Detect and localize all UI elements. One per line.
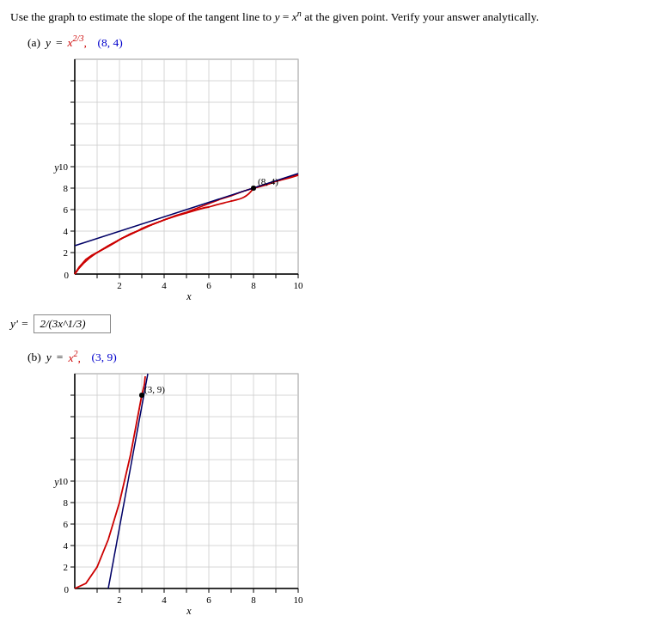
- instruction-text: Use the graph to estimate the slope of t…: [10, 7, 662, 25]
- derivative-a-value: 2/(3x^1/3): [40, 317, 85, 330]
- svg-text:4: 4: [64, 226, 69, 236]
- svg-text:6: 6: [64, 519, 69, 529]
- svg-text:(3, 9): (3, 9): [144, 384, 165, 395]
- part-a-function: x2/3,: [68, 34, 87, 50]
- svg-text:8: 8: [64, 183, 69, 193]
- part-b-function: x2,: [68, 349, 80, 365]
- svg-text:4: 4: [162, 280, 167, 290]
- part-b-label: (b) y = x2, (3, 9): [10, 349, 662, 365]
- part-a-equals: =: [56, 36, 63, 50]
- svg-text:10: 10: [294, 280, 304, 290]
- part-a-letter: (a): [27, 36, 40, 50]
- part-b-equals: =: [57, 351, 64, 364]
- svg-text:8: 8: [251, 280, 256, 290]
- svg-text:6: 6: [206, 280, 211, 290]
- svg-text:(8, 4): (8, 4): [258, 176, 278, 187]
- svg-text:10: 10: [294, 594, 304, 605]
- derivative-a-row: y' = 2/(3x^1/3): [10, 314, 662, 333]
- part-b-letter: (b): [27, 351, 41, 364]
- svg-text:y: y: [53, 476, 59, 488]
- svg-text:0: 0: [64, 270, 70, 280]
- svg-text:10: 10: [58, 476, 69, 486]
- graph-b-container: 2 4 6 8 10 x 2 4 6 8 10 y 0: [45, 369, 662, 622]
- part-a-equation: y: [46, 36, 51, 50]
- graph-a: 2 4 6 8 10 x 2 4 6 8 10 y: [45, 55, 311, 304]
- svg-text:6: 6: [64, 204, 69, 215]
- part-b-point: (3, 9): [86, 351, 117, 364]
- svg-text:y: y: [53, 162, 59, 174]
- svg-point-55: [251, 186, 256, 191]
- svg-text:8: 8: [64, 497, 69, 508]
- svg-text:2: 2: [64, 247, 69, 258]
- svg-text:4: 4: [64, 540, 69, 551]
- derivative-a-label: y' =: [10, 317, 28, 331]
- svg-text:6: 6: [206, 594, 211, 605]
- part-b-equation: y: [46, 351, 52, 364]
- svg-text:2: 2: [117, 594, 122, 605]
- svg-text:4: 4: [162, 594, 167, 605]
- graph-a-container: 2 4 6 8 10 x 2 4 6 8 10 y: [45, 55, 662, 308]
- svg-text:8: 8: [251, 594, 256, 605]
- svg-text:10: 10: [58, 162, 69, 172]
- svg-text:x: x: [186, 605, 192, 617]
- svg-text:2: 2: [117, 280, 122, 290]
- derivative-a-box: 2/(3x^1/3): [34, 314, 111, 333]
- part-a-point: (8, 4): [92, 36, 123, 50]
- svg-text:0: 0: [64, 584, 70, 594]
- graph-b: 2 4 6 8 10 x 2 4 6 8 10 y 0: [45, 369, 311, 619]
- part-a-label: (a) y = x2/3, (8, 4): [10, 34, 662, 50]
- svg-text:2: 2: [64, 562, 69, 572]
- svg-text:x: x: [186, 290, 192, 302]
